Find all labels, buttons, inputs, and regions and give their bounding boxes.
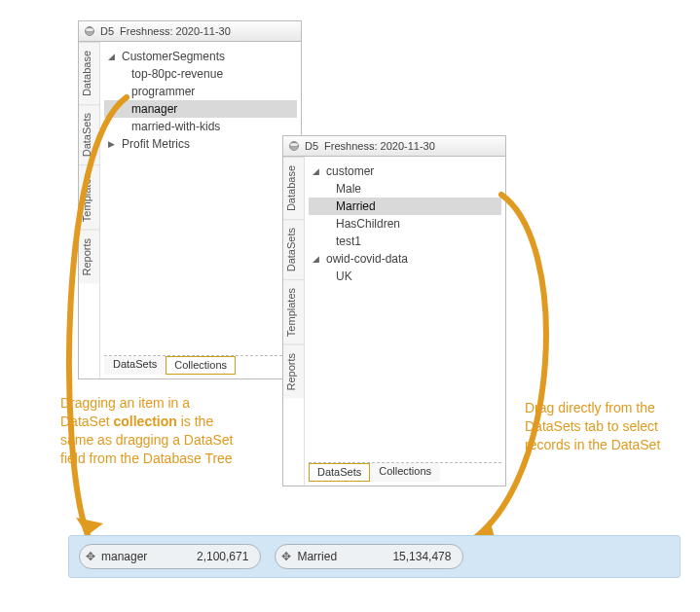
caret-right-icon[interactable]: ▶	[108, 139, 118, 149]
move-icon[interactable]: ✥	[281, 550, 291, 563]
panel-collections: D5 Freshness: 2020-11-30 Database DataSe…	[78, 41, 302, 379]
panel1-db-label: D5	[100, 25, 114, 37]
tree-group[interactable]: ◢customer	[309, 162, 501, 180]
chip-label: manager	[101, 550, 169, 563]
tree-group[interactable]: ▶Profit Metrics	[104, 135, 297, 153]
vtab-datasets[interactable]: DataSets	[283, 219, 304, 279]
tree-item[interactable]: UK	[309, 268, 501, 285]
panel2-body: ◢customerMaleMarriedHasChildrentest1◢owi…	[305, 157, 505, 486]
bottom-tab-datasets[interactable]: DataSets	[104, 356, 166, 375]
chip-manager[interactable]: ✥ manager 2,100,671	[79, 544, 261, 569]
panel-datasets: D5 Freshness: 2020-11-30 Database DataSe…	[282, 156, 506, 486]
panel1-bottom-tabs: DataSets Collections	[104, 355, 297, 375]
vtab-templates[interactable]: Templates	[79, 164, 99, 230]
caret-down-icon[interactable]: ◢	[313, 166, 322, 176]
tree-group-label: Profit Metrics	[122, 137, 190, 151]
tree-item[interactable]: married-with-kids	[104, 118, 297, 135]
chip-count: 2,100,671	[197, 550, 248, 563]
database-icon	[289, 141, 299, 151]
chip-count: 15,134,478	[392, 550, 451, 563]
panel1-tree[interactable]: ◢CustomerSegmentstop-80pc-revenueprogram…	[104, 48, 297, 355]
panel2-header: D5 Freshness: 2020-11-30	[282, 135, 506, 157]
tree-item[interactable]: top-80pc-revenue	[104, 65, 297, 83]
tree-item[interactable]: programmer	[104, 83, 297, 100]
vtab-database[interactable]: Database	[79, 42, 99, 104]
annotation-right: Drag directly from the DataSets tab to s…	[525, 399, 671, 454]
tree-item[interactable]: Male	[309, 180, 501, 198]
bottom-tab-datasets[interactable]: DataSets	[309, 463, 370, 482]
vtab-datasets[interactable]: DataSets	[79, 104, 99, 164]
panel1-body: ◢CustomerSegmentstop-80pc-revenueprogram…	[100, 42, 301, 378]
panel2-bottom-tabs: DataSets Collections	[309, 462, 501, 482]
panel2-freshness: Freshness: 2020-11-30	[324, 140, 435, 152]
chip-married[interactable]: ✥ Married 15,134,478	[275, 544, 463, 569]
panel1-freshness: Freshness: 2020-11-30	[120, 25, 231, 37]
panel2-db-label: D5	[305, 140, 318, 152]
tree-item[interactable]: test1	[309, 233, 501, 250]
bottom-tab-collections[interactable]: Collections	[370, 463, 440, 482]
bottom-tab-collections[interactable]: Collections	[166, 356, 236, 375]
tree-group[interactable]: ◢CustomerSegments	[104, 48, 297, 65]
caret-down-icon[interactable]: ◢	[108, 52, 118, 61]
tree-item[interactable]: manager	[104, 100, 297, 118]
svg-marker-0	[76, 518, 103, 535]
tree-group-label: owid-covid-data	[326, 252, 408, 266]
tree-group-label: CustomerSegments	[122, 50, 225, 63]
panel1-header: D5 Freshness: 2020-11-30	[78, 20, 302, 42]
tree-group[interactable]: ◢owid-covid-data	[309, 250, 501, 268]
panel2-side-tabs: Database DataSets Templates Reports	[283, 157, 305, 486]
panel2-tree[interactable]: ◢customerMaleMarriedHasChildrentest1◢owi…	[309, 162, 501, 462]
annotation-right-text: Drag directly from the DataSets tab to s…	[525, 400, 660, 452]
vtab-database[interactable]: Database	[283, 157, 304, 219]
vtab-reports[interactable]: Reports	[283, 344, 304, 399]
panel1-side-tabs: Database DataSets Templates Reports	[79, 42, 100, 378]
caret-down-icon[interactable]: ◢	[313, 254, 322, 264]
chip-label: Married	[297, 550, 365, 563]
tree-item[interactable]: Married	[309, 198, 501, 215]
annotation-left-bold: collection	[113, 414, 176, 429]
drop-target-bar[interactable]: ✥ manager 2,100,671 ✥ Married 15,134,478	[68, 535, 681, 578]
database-icon	[85, 26, 94, 36]
vtab-reports[interactable]: Reports	[79, 230, 99, 284]
vtab-templates[interactable]: Templates	[283, 279, 304, 344]
move-icon[interactable]: ✥	[86, 550, 95, 563]
annotation-left: Dragging an item in a DataSet collection…	[60, 394, 236, 468]
tree-item[interactable]: HasChildren	[309, 215, 501, 233]
tree-group-label: customer	[326, 164, 374, 178]
